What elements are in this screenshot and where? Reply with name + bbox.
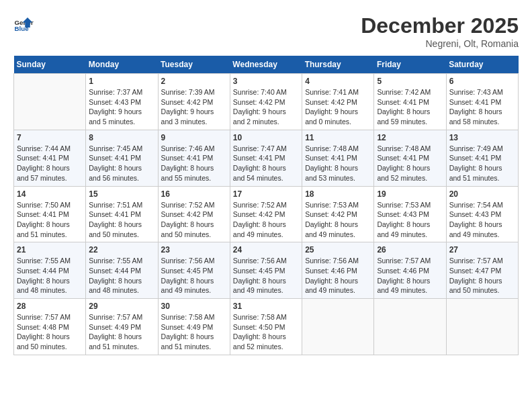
calendar-cell: 5Sunrise: 7:42 AM Sunset: 4:41 PM Daylig… — [374, 74, 446, 130]
calendar-cell: 8Sunrise: 7:45 AM Sunset: 4:41 PM Daylig… — [86, 130, 158, 186]
calendar-week-row: 28Sunrise: 7:57 AM Sunset: 4:48 PM Dayli… — [14, 299, 519, 355]
day-number: 23 — [161, 245, 227, 255]
calendar-cell: 23Sunrise: 7:56 AM Sunset: 4:45 PM Dayli… — [158, 242, 230, 299]
day-number: 11 — [305, 133, 371, 142]
calendar-cell: 24Sunrise: 7:56 AM Sunset: 4:45 PM Dayli… — [230, 242, 302, 299]
day-number: 18 — [305, 189, 371, 199]
day-number: 8 — [89, 133, 154, 142]
weekday-header: Thursday — [302, 56, 374, 74]
calendar-week-row: 1Sunrise: 7:37 AM Sunset: 4:43 PM Daylig… — [14, 74, 519, 130]
calendar-cell: 26Sunrise: 7:57 AM Sunset: 4:46 PM Dayli… — [374, 242, 446, 299]
calendar-cell: 15Sunrise: 7:51 AM Sunset: 4:41 PM Dayli… — [86, 186, 158, 242]
cell-info: Sunrise: 7:39 AM Sunset: 4:42 PM Dayligh… — [161, 87, 227, 127]
page-header: General Blue December 2025 Negreni, Olt,… — [13, 13, 519, 49]
day-number: 25 — [305, 245, 371, 255]
calendar-body: 1Sunrise: 7:37 AM Sunset: 4:43 PM Daylig… — [14, 74, 519, 355]
calendar-cell: 12Sunrise: 7:48 AM Sunset: 4:41 PM Dayli… — [374, 130, 446, 186]
day-number: 17 — [233, 189, 299, 199]
calendar-cell: 27Sunrise: 7:57 AM Sunset: 4:47 PM Dayli… — [446, 242, 518, 299]
calendar-cell: 22Sunrise: 7:55 AM Sunset: 4:44 PM Dayli… — [86, 242, 158, 299]
cell-info: Sunrise: 7:56 AM Sunset: 4:46 PM Dayligh… — [305, 256, 371, 295]
title-block: December 2025 Negreni, Olt, Romania — [361, 13, 519, 49]
day-number: 5 — [377, 77, 443, 86]
day-number: 26 — [377, 245, 443, 255]
cell-info: Sunrise: 7:41 AM Sunset: 4:42 PM Dayligh… — [305, 87, 371, 127]
calendar-cell: 16Sunrise: 7:52 AM Sunset: 4:42 PM Dayli… — [158, 186, 230, 242]
day-number: 28 — [17, 302, 83, 311]
calendar-week-row: 14Sunrise: 7:50 AM Sunset: 4:41 PM Dayli… — [14, 186, 519, 242]
cell-info: Sunrise: 7:50 AM Sunset: 4:41 PM Dayligh… — [17, 200, 83, 240]
cell-info: Sunrise: 7:51 AM Sunset: 4:41 PM Dayligh… — [89, 200, 154, 240]
day-number: 13 — [449, 133, 515, 142]
calendar-cell: 14Sunrise: 7:50 AM Sunset: 4:41 PM Dayli… — [14, 186, 86, 242]
calendar-cell — [302, 299, 374, 355]
cell-info: Sunrise: 7:55 AM Sunset: 4:44 PM Dayligh… — [89, 256, 154, 295]
calendar-cell: 31Sunrise: 7:58 AM Sunset: 4:50 PM Dayli… — [230, 299, 302, 355]
day-number: 31 — [233, 302, 299, 311]
calendar-cell: 18Sunrise: 7:53 AM Sunset: 4:42 PM Dayli… — [302, 186, 374, 242]
day-number: 21 — [17, 245, 83, 255]
cell-info: Sunrise: 7:57 AM Sunset: 4:46 PM Dayligh… — [377, 256, 443, 295]
day-number: 1 — [89, 77, 154, 86]
weekday-header: Friday — [374, 56, 446, 74]
calendar-cell: 25Sunrise: 7:56 AM Sunset: 4:46 PM Dayli… — [302, 242, 374, 299]
calendar-cell: 11Sunrise: 7:48 AM Sunset: 4:41 PM Dayli… — [302, 130, 374, 186]
calendar-cell: 7Sunrise: 7:44 AM Sunset: 4:41 PM Daylig… — [14, 130, 86, 186]
cell-info: Sunrise: 7:58 AM Sunset: 4:50 PM Dayligh… — [233, 312, 299, 352]
cell-info: Sunrise: 7:56 AM Sunset: 4:45 PM Dayligh… — [161, 256, 227, 295]
logo: General Blue — [13, 13, 36, 34]
cell-info: Sunrise: 7:54 AM Sunset: 4:43 PM Dayligh… — [449, 200, 515, 240]
cell-info: Sunrise: 7:57 AM Sunset: 4:48 PM Dayligh… — [17, 312, 83, 352]
day-number: 6 — [449, 77, 515, 86]
weekday-header: Sunday — [14, 56, 86, 74]
cell-info: Sunrise: 7:40 AM Sunset: 4:42 PM Dayligh… — [233, 87, 299, 127]
calendar-cell: 6Sunrise: 7:43 AM Sunset: 4:41 PM Daylig… — [446, 74, 518, 130]
calendar-week-row: 7Sunrise: 7:44 AM Sunset: 4:41 PM Daylig… — [14, 130, 519, 186]
calendar-cell: 2Sunrise: 7:39 AM Sunset: 4:42 PM Daylig… — [158, 74, 230, 130]
weekday-header: Saturday — [446, 56, 518, 74]
day-number: 3 — [233, 77, 299, 86]
day-number: 7 — [17, 133, 83, 142]
calendar-cell: 13Sunrise: 7:49 AM Sunset: 4:41 PM Dayli… — [446, 130, 518, 186]
cell-info: Sunrise: 7:48 AM Sunset: 4:41 PM Dayligh… — [377, 144, 443, 183]
cell-info: Sunrise: 7:44 AM Sunset: 4:41 PM Dayligh… — [17, 144, 83, 183]
cell-info: Sunrise: 7:47 AM Sunset: 4:41 PM Dayligh… — [233, 144, 299, 183]
cell-info: Sunrise: 7:48 AM Sunset: 4:41 PM Dayligh… — [305, 144, 371, 183]
calendar-cell: 9Sunrise: 7:46 AM Sunset: 4:41 PM Daylig… — [158, 130, 230, 186]
day-number: 29 — [89, 302, 154, 311]
weekday-header: Wednesday — [230, 56, 302, 74]
day-number: 16 — [161, 189, 227, 199]
cell-info: Sunrise: 7:42 AM Sunset: 4:41 PM Dayligh… — [377, 87, 443, 127]
calendar-cell: 28Sunrise: 7:57 AM Sunset: 4:48 PM Dayli… — [14, 299, 86, 355]
day-number: 20 — [449, 189, 515, 199]
day-number: 30 — [161, 302, 227, 311]
cell-info: Sunrise: 7:56 AM Sunset: 4:45 PM Dayligh… — [233, 256, 299, 295]
weekday-header: Tuesday — [158, 56, 230, 74]
calendar-cell: 19Sunrise: 7:53 AM Sunset: 4:43 PM Dayli… — [374, 186, 446, 242]
calendar-cell: 29Sunrise: 7:57 AM Sunset: 4:49 PM Dayli… — [86, 299, 158, 355]
calendar-cell — [374, 299, 446, 355]
day-number: 14 — [17, 189, 83, 199]
logo-icon: General Blue — [13, 13, 34, 34]
calendar-cell: 10Sunrise: 7:47 AM Sunset: 4:41 PM Dayli… — [230, 130, 302, 186]
weekday-header: Monday — [86, 56, 158, 74]
cell-info: Sunrise: 7:43 AM Sunset: 4:41 PM Dayligh… — [449, 87, 515, 127]
cell-info: Sunrise: 7:57 AM Sunset: 4:49 PM Dayligh… — [89, 312, 154, 352]
day-number: 12 — [377, 133, 443, 142]
calendar-table: SundayMondayTuesdayWednesdayThursdayFrid… — [13, 56, 519, 355]
calendar-cell: 21Sunrise: 7:55 AM Sunset: 4:44 PM Dayli… — [14, 242, 86, 299]
day-number: 15 — [89, 189, 154, 199]
location: Negreni, Olt, Romania — [361, 38, 519, 49]
calendar-cell — [14, 74, 86, 130]
cell-info: Sunrise: 7:52 AM Sunset: 4:42 PM Dayligh… — [233, 200, 299, 240]
day-number: 24 — [233, 245, 299, 255]
calendar-cell — [446, 299, 518, 355]
day-number: 22 — [89, 245, 154, 255]
weekday-row: SundayMondayTuesdayWednesdayThursdayFrid… — [14, 56, 519, 74]
day-number: 9 — [161, 133, 227, 142]
day-number: 10 — [233, 133, 299, 142]
cell-info: Sunrise: 7:53 AM Sunset: 4:43 PM Dayligh… — [377, 200, 443, 240]
calendar-cell: 1Sunrise: 7:37 AM Sunset: 4:43 PM Daylig… — [86, 74, 158, 130]
calendar-cell: 17Sunrise: 7:52 AM Sunset: 4:42 PM Dayli… — [230, 186, 302, 242]
calendar-cell: 4Sunrise: 7:41 AM Sunset: 4:42 PM Daylig… — [302, 74, 374, 130]
